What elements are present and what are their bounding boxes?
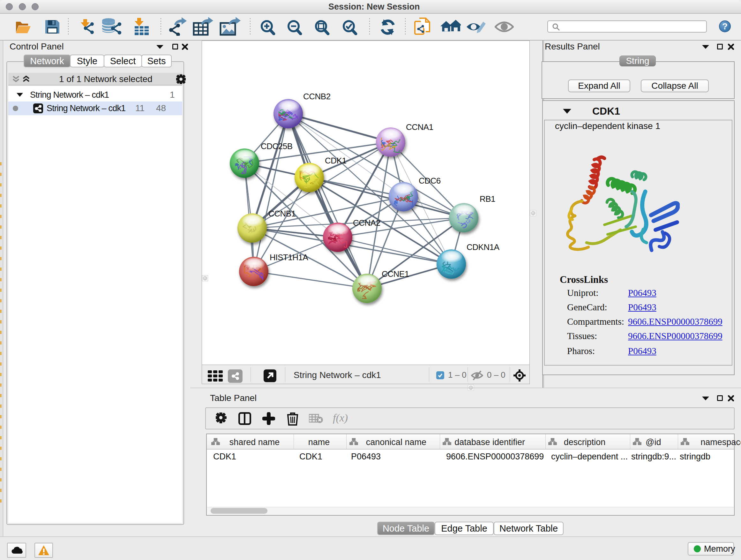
svg-text:CDK1: CDK1 <box>325 156 346 165</box>
svg-text:CCNE1: CCNE1 <box>382 269 409 279</box>
svg-text:CDC6: CDC6 <box>419 176 441 186</box>
svg-text:CCNB2: CCNB2 <box>303 91 331 101</box>
svg-text:CDC25B: CDC25B <box>261 141 293 151</box>
svg-text:CCNA1: CCNA1 <box>406 122 433 132</box>
svg-text:CCNA2: CCNA2 <box>353 218 381 228</box>
svg-text:HIST1H1A: HIST1H1A <box>270 253 308 262</box>
svg-text:CCNB1: CCNB1 <box>268 209 296 219</box>
svg-text:CDKN1A: CDKN1A <box>467 242 500 252</box>
svg-text:RB1: RB1 <box>480 194 495 204</box>
